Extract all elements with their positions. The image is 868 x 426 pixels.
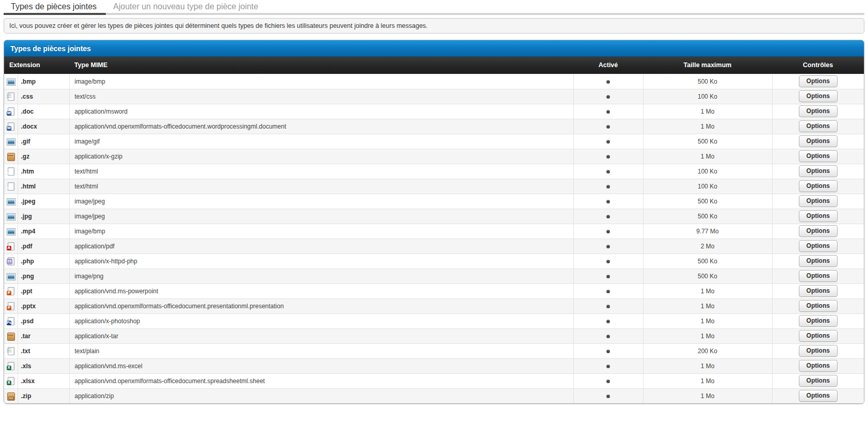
extension-cell: .jpeg [18,194,69,209]
table-row: .bmp image/bmp 500 Ko Options [4,74,864,89]
pdf-icon [6,242,15,250]
max-size-cell: 1 Mo [643,149,772,164]
extension-cell: .jpg [18,209,69,224]
active-indicator [606,95,610,99]
options-button[interactable]: Options [799,285,838,297]
archive-icon [6,152,15,161]
active-cell [573,313,643,328]
table-row: .gif image/gif 500 Ko Options [4,134,864,149]
table-row: .jpeg image/jpeg 500 Ko Options [4,194,864,209]
text-file-icon [6,92,15,101]
options-button[interactable]: Options [799,90,838,102]
options-button[interactable]: Options [799,300,838,312]
active-indicator [606,395,610,398]
controls-cell: Options [772,89,864,104]
max-size-cell: 500 Ko [643,194,772,209]
extension-cell: .txt [18,343,69,358]
table-row: .pdf application/pdf 2 Mo Options [4,239,864,254]
active-indicator [606,260,610,263]
options-button[interactable]: Options [799,105,838,117]
active-indicator [606,140,610,144]
active-indicator [606,290,610,293]
max-size-cell: 500 Ko [643,254,772,269]
info-box: Ici, vous pouvez créer et gérer les type… [4,18,864,34]
options-button[interactable]: Options [799,210,838,222]
options-button[interactable]: Options [799,390,838,402]
active-indicator [606,305,610,308]
controls-cell: Options [772,74,864,89]
options-button[interactable]: Options [799,165,838,177]
max-size-cell: 1 Mo [643,104,772,119]
code-icon [6,182,15,191]
controls-cell: Options [772,149,864,164]
options-button[interactable]: Options [799,180,838,192]
controls-cell: Options [772,328,864,343]
mime-cell: image/gif [69,134,573,149]
active-cell [573,194,643,209]
text-file-icon [6,347,15,355]
tab-attachment-types[interactable]: Types de pièces jointes [4,1,106,15]
active-indicator [606,275,610,278]
max-size-cell: 2 Mo [643,239,772,254]
extension-cell: .zip [18,388,69,403]
active-indicator [606,80,610,84]
max-size-cell: 500 Ko [643,269,772,283]
options-button[interactable]: Options [799,375,838,387]
options-button[interactable]: Options [799,225,838,237]
options-button[interactable]: Options [799,345,838,357]
active-indicator [606,230,610,233]
controls-cell: Options [772,164,864,179]
table-row: .psd application/x-photoshop 1 Mo Option… [4,313,864,328]
image-icon [6,272,15,280]
options-button[interactable]: Options [799,135,838,147]
options-button[interactable]: Options [799,120,838,132]
controls-cell: Options [772,194,864,209]
options-button[interactable]: Options [799,150,838,162]
active-cell [573,343,643,358]
tab-add-attachment-type[interactable]: Ajouter un nouveau type de pièce jointe [106,1,267,13]
active-indicator [606,170,610,173]
active-indicator [606,215,610,218]
mime-cell: image/jpeg [69,209,573,224]
options-button[interactable]: Options [799,255,838,267]
active-cell [573,149,643,164]
extension-cell: .bmp [18,74,69,89]
table-row: .css text/css 100 Ko Options [4,89,864,104]
mime-cell: text/css [69,89,573,104]
options-button[interactable]: Options [799,330,838,342]
options-button[interactable]: Options [799,315,838,327]
active-cell [573,179,643,194]
max-size-cell: 1 Mo [643,298,772,313]
extension-cell: .tar [18,328,69,343]
options-button[interactable]: Options [799,270,838,282]
extension-cell: .psd [18,313,69,328]
mime-cell: application/vnd.openxmlformats-officedoc… [69,298,573,313]
controls-cell: Options [772,134,864,149]
extension-cell: .gz [18,149,69,164]
column-header-mime: Type MIME [69,57,573,74]
extension-cell: .docx [18,119,69,134]
active-cell [573,373,643,388]
active-indicator [606,335,610,338]
image-icon [6,137,15,146]
code-icon [6,167,15,176]
controls-cell: Options [772,254,864,269]
active-cell [573,164,643,179]
controls-cell: Options [772,283,864,298]
active-cell [573,134,643,149]
options-button[interactable]: Options [799,195,838,207]
column-header-extension: Extension [4,57,69,74]
extension-cell: .htm [18,164,69,179]
options-button[interactable]: Options [799,75,838,87]
max-size-cell: 500 Ko [643,134,772,149]
extension-cell: .xlsx [18,373,69,388]
column-header-max-size: Taille maximum [643,57,772,74]
active-indicator [606,245,610,248]
extension-cell: .css [18,89,69,104]
options-button[interactable]: Options [799,240,838,252]
image-icon [6,197,15,206]
options-button[interactable]: Options [799,360,838,372]
table-row: .htm text/html 100 Ko Options [4,164,864,179]
max-size-cell: 1 Mo [643,313,772,328]
extension-cell: .gif [18,134,69,149]
